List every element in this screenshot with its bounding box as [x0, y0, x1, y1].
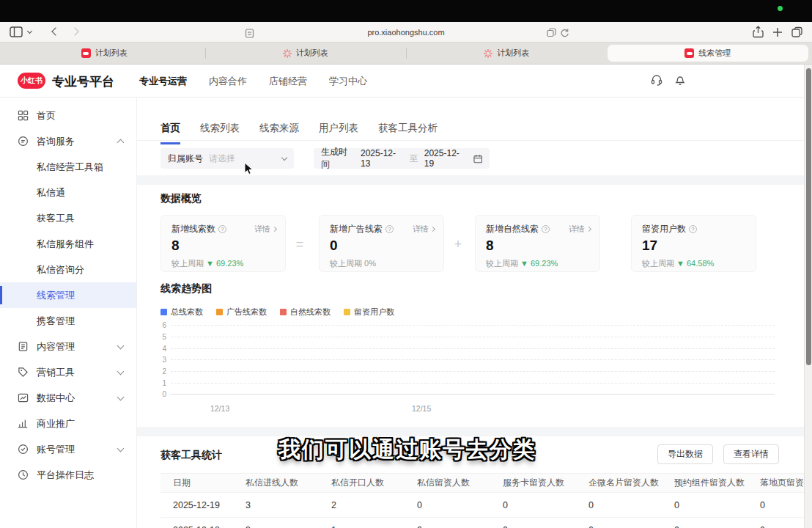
nav-item-operation[interactable]: 专业号运营 [139, 75, 187, 88]
overview-title: 数据概览 [160, 192, 202, 205]
date-range-separator: 至 [410, 153, 418, 165]
reload-icon[interactable] [560, 27, 569, 40]
sidebar-item-label: 携客管理 [37, 315, 75, 328]
col-header: 私信进线人数 [233, 477, 319, 489]
legend-label: 总线索数 [171, 307, 203, 318]
help-icon[interactable] [218, 225, 226, 233]
sidebar-item-label: 商业推广 [37, 417, 75, 430]
sidebar-item-label: 营销工具 [37, 366, 75, 379]
account-select[interactable]: 归属账号 请选择 [160, 148, 294, 169]
tab-home[interactable]: 首页 [160, 122, 180, 144]
sidebar-item-label: 平台操作日志 [37, 469, 94, 482]
xiaohongshu-favicon [684, 48, 694, 58]
col-header: 私信开口人数 [319, 477, 405, 489]
trend-chart: 6 5 4 3 2 1 0 [160, 320, 775, 400]
sidebar-group-data-center[interactable]: 数据中心 [0, 385, 136, 411]
video-caption: 我们可以通过账号去分类 [278, 435, 536, 465]
nav-item-learning[interactable]: 学习中心 [329, 75, 367, 88]
col-header: 服务卡留资人数 [490, 477, 576, 489]
tab-lead-list[interactable]: 线索列表 [200, 122, 240, 144]
y-tick-label: 2 [160, 367, 171, 375]
sidebar-item-msg-service-component[interactable]: 私信服务组件 [0, 231, 136, 257]
stat-value: 17 [642, 238, 747, 254]
new-tab-icon[interactable] [772, 27, 783, 37]
sidebar-group-marketing[interactable]: 营销工具 [0, 359, 136, 385]
date-to-value[interactable]: 2025-12-19 [424, 148, 468, 169]
chat-icon [18, 136, 29, 147]
tab-tool-analysis[interactable]: 获客工具分析 [378, 122, 438, 144]
sidebar-group-consult[interactable]: 咨询服务 [0, 128, 136, 154]
page-scrollbar[interactable] [804, 65, 812, 528]
sidebar-item-operation-log[interactable]: 平台操作日志 [0, 462, 136, 488]
address-bar[interactable]: pro.xiaohongshu.com [0, 28, 812, 37]
change-value: ▼ 69.23% [206, 259, 243, 268]
tab-overview-icon[interactable] [791, 26, 802, 37]
stat-value: 0 [330, 238, 435, 254]
notification-bell-icon[interactable] [674, 74, 686, 86]
chevron-up-icon [117, 139, 125, 147]
stat-label: 新增广告线索 [330, 223, 383, 235]
sidebar-item-label: 私信经营工具箱 [37, 161, 103, 174]
sidebar-item-private-msg-toolbox[interactable]: 私信经营工具箱 [0, 154, 136, 180]
nav-item-content-coop[interactable]: 内容合作 [209, 75, 247, 88]
sidebar: 首页 咨询服务 私信经营工具箱 私信通 获客工具 私信服务组件 私信咨询分 线索… [0, 98, 137, 528]
app-header: 小红书 专业号平台 专业号运营 内容合作 店铺经营 学习中心 [0, 65, 812, 98]
sidebar-group-account[interactable]: 账号管理 [0, 436, 136, 462]
period-label: 较上周期 [171, 259, 204, 268]
section-divider [137, 175, 804, 185]
date-from-value[interactable]: 2025-12-13 [361, 148, 404, 169]
nav-item-shop[interactable]: 店铺经营 [269, 75, 307, 88]
browser-tab[interactable]: 计划列表 [4, 43, 205, 64]
legend-label: 广告线索数 [226, 307, 267, 318]
sidebar-item-home[interactable]: 首页 [0, 103, 136, 128]
sidebar-item-promotion[interactable]: 商业推广 [0, 411, 136, 436]
help-icon[interactable] [542, 225, 550, 233]
scrollbar-thumb[interactable] [806, 68, 811, 365]
detail-link[interactable]: 详情 [413, 224, 435, 235]
browser-tab[interactable]: 计划列表 [406, 43, 608, 64]
tab-lead-source[interactable]: 线索来源 [259, 122, 299, 144]
y-tick-label: 5 [160, 333, 171, 341]
stat-value: 8 [171, 238, 276, 254]
detail-link[interactable]: 详情 [569, 224, 591, 235]
col-header: 预约组件留资人数 [662, 477, 748, 489]
x-tick-label: 12/13 [210, 404, 229, 413]
tab-user-list[interactable]: 用户列表 [319, 122, 358, 144]
equals-operator: = [289, 237, 311, 252]
sidebar-item-lead-management[interactable]: 线索管理 [0, 282, 136, 308]
trend-icon [18, 392, 29, 403]
screen: pro.xiaohongshu.com 计划列表 计划列表 计划列表 [0, 0, 812, 528]
sidebar-item-carry-customer[interactable]: 携客管理 [0, 308, 136, 334]
cell: 2 [319, 500, 405, 510]
plus-operator: + [447, 237, 469, 252]
sidebar-item-private-msg-pass[interactable]: 私信通 [0, 180, 136, 205]
legend-swatch [216, 309, 223, 315]
sidebar-group-content[interactable]: 内容管理 [0, 334, 136, 359]
cell: 0 [748, 500, 804, 510]
chart-legend: 总线索数 广告线索数 自然线索数 留资用户数 [160, 307, 394, 318]
tab-label: 计划列表 [95, 48, 128, 59]
share-icon[interactable] [753, 26, 764, 38]
sidebar-item-msg-consult-score[interactable]: 私信咨询分 [0, 257, 136, 282]
stat-label: 新增线索数 [171, 223, 215, 235]
cell-date: 2025-12-19 [160, 500, 233, 510]
y-tick-label: 3 [160, 356, 171, 364]
help-icon[interactable] [689, 225, 697, 233]
sidebar-item-customer-tools[interactable]: 获客工具 [0, 205, 136, 231]
export-data-button[interactable]: 导出数据 [657, 444, 713, 464]
cell: 0 [490, 525, 576, 528]
customer-service-icon[interactable] [651, 74, 662, 86]
help-icon[interactable] [385, 225, 394, 233]
cell: 3 [233, 525, 319, 528]
browser-tab-active[interactable]: 线索管理 [608, 45, 809, 62]
recording-indicator-dot [778, 6, 783, 11]
view-detail-button[interactable]: 查看详情 [723, 444, 779, 464]
legend-swatch [160, 309, 167, 315]
page-copy-icon[interactable] [547, 27, 556, 40]
date-range-picker[interactable]: 生成时间 2025-12-13 至 2025-12-19 [314, 148, 490, 169]
trend-chart-title: 线索趋势图 [160, 282, 212, 296]
detail-link[interactable]: 详情 [254, 224, 276, 235]
sidebar-item-label: 私信咨询分 [37, 263, 84, 276]
browser-tab[interactable]: 计划列表 [205, 43, 407, 64]
sidebar-item-label: 数据中心 [37, 392, 75, 405]
